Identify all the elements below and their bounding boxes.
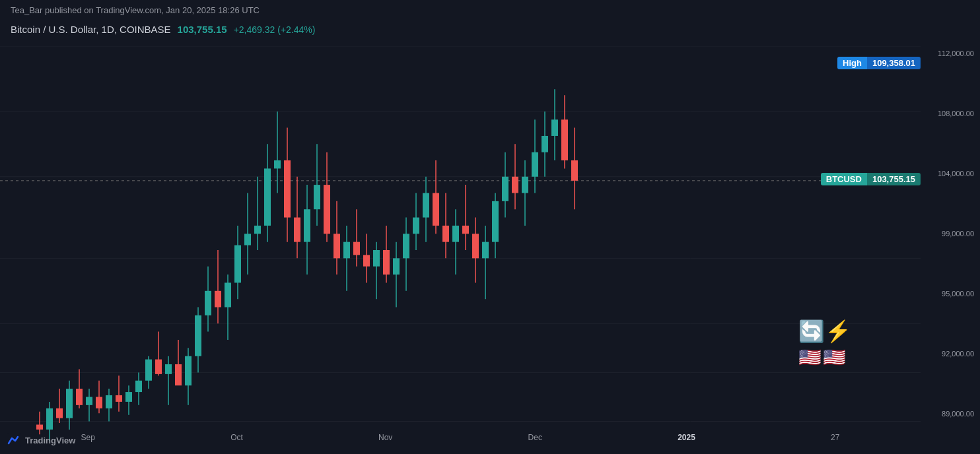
x-label-2025: 2025 xyxy=(678,433,695,442)
tradingview-logo: TradingView xyxy=(7,433,75,447)
publication-info: Tea_Bar published on TradingView.com, Ja… xyxy=(11,5,260,15)
y-label-104k: 104,000.00 xyxy=(921,170,977,178)
tradingview-text: TradingView xyxy=(25,436,75,445)
price-change: +2,469.32 (+2.44%) xyxy=(234,24,316,35)
current-price: 103,755.15 xyxy=(178,24,227,35)
flag-emoji-2: 🇺🇸 xyxy=(823,346,846,368)
x-label-27: 27 xyxy=(831,433,839,442)
y-label-95k: 95,000.00 xyxy=(921,290,977,298)
btcusd-badge: BTCUSD 103,755.15 xyxy=(821,173,921,185)
symbol-name: Bitcoin / U.S. Dollar, 1D, COINBASE xyxy=(11,24,171,35)
tv-logo-icon xyxy=(7,433,21,447)
btcusd-value: 103,755.15 xyxy=(867,173,921,185)
high-label: High xyxy=(837,57,867,69)
btcusd-label: BTCUSD xyxy=(821,173,867,185)
chart-canvas xyxy=(0,46,921,454)
y-label-108k: 108,000.00 xyxy=(921,110,977,117)
y-label-89k: 89,000.00 xyxy=(921,410,977,418)
x-label-nov: Nov xyxy=(378,433,392,442)
rocket-emoji: 🔄⚡ xyxy=(798,319,851,344)
high-badge: High 109,358.01 xyxy=(837,57,921,69)
y-label-92k: 92,000.00 xyxy=(921,350,977,358)
emoji-area: 🔄⚡ 🇺🇸 🇺🇸 xyxy=(798,319,851,368)
chart-container: Tea_Bar published on TradingView.com, Ja… xyxy=(0,0,980,454)
x-label-oct: Oct xyxy=(230,433,243,442)
x-label-dec: Dec xyxy=(528,433,542,442)
high-value: 109,358.01 xyxy=(867,57,921,69)
y-label-99k: 99,000.00 xyxy=(921,230,977,238)
symbol-bar: Bitcoin / U.S. Dollar, 1D, COINBASE 103,… xyxy=(11,24,315,35)
flag-emoji-1: 🇺🇸 xyxy=(798,346,822,368)
x-axis: Sep Oct Nov Dec 2025 27 xyxy=(0,421,921,454)
y-axis: 112,000.00 108,000.00 104,000.00 99,000.… xyxy=(921,46,980,421)
y-label-112k: 112,000.00 xyxy=(921,49,977,57)
x-label-sep: Sep xyxy=(81,433,95,442)
